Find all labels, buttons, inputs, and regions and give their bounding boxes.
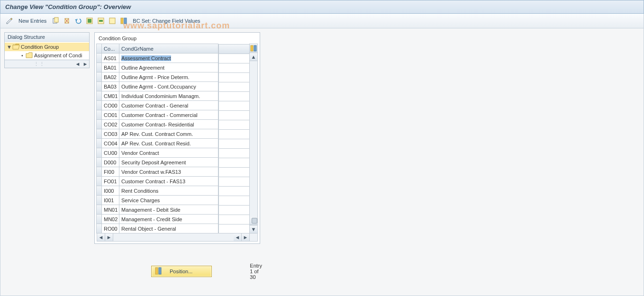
position-button[interactable]: Position... — [151, 266, 212, 277]
cell-code[interactable]: CO02 — [101, 119, 119, 129]
delete-icon[interactable] — [63, 17, 71, 25]
select-block-icon[interactable] — [97, 17, 105, 25]
cell-code[interactable]: CU00 — [101, 148, 119, 158]
cell-code[interactable]: CO00 — [101, 100, 119, 110]
deselect-all-icon[interactable] — [108, 17, 117, 25]
svg-rect-13 — [254, 45, 256, 51]
main-area: Dialog Structure ▼Condition Group•Assign… — [0, 28, 644, 296]
cell-name[interactable]: AP Rev. Cust. Contract Resid. — [119, 138, 218, 148]
grid-vscroll[interactable]: ▲ ▼ — [249, 53, 258, 233]
cell-name[interactable]: Outline Agreement — [119, 63, 218, 72]
cell-code[interactable]: MN02 — [101, 214, 119, 224]
scroll-down-thumb-icon[interactable] — [250, 217, 257, 225]
table-row[interactable]: FI00Vendor Contract w.FAS13 — [97, 167, 250, 177]
dialog-structure: Dialog Structure ▼Condition Group•Assign… — [4, 32, 90, 60]
toggle-edit-icon[interactable] — [5, 17, 14, 25]
config-icon[interactable] — [119, 17, 128, 25]
hscroll-right2-icon[interactable]: ► — [242, 233, 249, 241]
col-header-code[interactable]: Co... — [101, 44, 119, 54]
cell-code[interactable]: CO03 — [101, 129, 119, 139]
grid: Co... CondGrName AS01Assessment Contract… — [97, 44, 258, 242]
scroll-left-icon[interactable]: ◄ — [74, 61, 82, 67]
svg-rect-15 — [159, 268, 161, 274]
table-row[interactable]: CO01Customer Contract - Commercial — [97, 110, 250, 120]
table-row[interactable]: I001Service Charges — [97, 196, 250, 205]
cell-code[interactable]: I001 — [101, 195, 119, 205]
cell-name[interactable]: Customer Contract - FAS13 — [119, 176, 218, 186]
cell-code[interactable]: RO00 — [101, 224, 119, 233]
table-row[interactable]: BA01Outline Agreement — [97, 63, 250, 72]
tree-item[interactable]: •Assignment of Condi — [5, 51, 89, 60]
table-row[interactable]: FO01Customer Contract - FAS13 — [97, 177, 250, 186]
sidebar-resize-handle[interactable]: ⋮⋮ — [5, 61, 74, 67]
cell-code[interactable]: CM01 — [101, 91, 119, 101]
collapse-icon[interactable]: ▼ — [7, 44, 11, 50]
cell-code[interactable]: BA03 — [101, 81, 119, 91]
cell-name[interactable]: Outline Agrmt - Price Determ. — [119, 72, 218, 82]
table-row[interactable]: MN02Management - Credit Side — [97, 215, 250, 224]
cell-name[interactable]: Rent Conditions — [119, 186, 218, 196]
grid-hscroll-left[interactable]: ◄ ► ◄ ► — [97, 233, 250, 242]
svg-rect-9 — [109, 18, 115, 24]
cell-code[interactable]: MN01 — [101, 205, 119, 215]
app-window: Change View "Condition Group": Overview … — [0, 0, 644, 296]
cell-name[interactable]: Rental Object - General — [119, 224, 218, 233]
undo-icon[interactable] — [74, 17, 82, 25]
table-row[interactable]: D000Security Deposit Agreement — [97, 158, 250, 167]
cell-code[interactable]: D000 — [101, 157, 119, 167]
position-label: Position... — [170, 269, 192, 274]
cell-name[interactable]: Management - Debit Side — [119, 205, 218, 215]
hscroll-right-icon[interactable]: ► — [105, 233, 113, 241]
scroll-right-icon[interactable]: ► — [82, 61, 89, 67]
tree-item[interactable]: ▼Condition Group — [5, 43, 89, 51]
hscroll-left-icon[interactable]: ◄ — [97, 233, 105, 241]
table-row[interactable]: MN01Management - Debit Side — [97, 205, 250, 215]
cell-name[interactable]: Vendor Contract — [119, 148, 218, 158]
cell-code[interactable]: BA01 — [101, 63, 119, 72]
hscroll-left2-icon[interactable]: ◄ — [234, 233, 242, 241]
table-row[interactable]: CM01Individual Condominium Managm. — [97, 91, 250, 101]
cell-name[interactable]: Service Charges — [119, 195, 218, 205]
cell-name[interactable]: AP Rev. Cust. Contract Comm. — [119, 129, 218, 139]
table-configure-icon[interactable] — [249, 44, 258, 53]
cell-name[interactable]: Customer Contract - Commercial — [119, 110, 218, 120]
cell-name[interactable]: Assessment Contract — [119, 53, 218, 63]
table-row[interactable]: BA02Outline Agrmt - Price Determ. — [97, 72, 250, 82]
table-row[interactable]: CO02Customer Contract- Residential — [97, 120, 250, 129]
cell-name[interactable]: Management - Credit Side — [119, 214, 218, 224]
table-row[interactable]: CO03AP Rev. Cust. Contract Comm. — [97, 129, 250, 139]
copy-as-icon[interactable] — [51, 17, 60, 25]
scroll-down-icon[interactable]: ▼ — [250, 225, 257, 233]
leaf-bullet-icon: • — [20, 53, 25, 58]
cell-code[interactable]: I000 — [101, 186, 119, 196]
cell-code[interactable]: FO01 — [101, 176, 119, 186]
cell-code[interactable]: CO01 — [101, 110, 119, 120]
cell-name[interactable]: Outline Agrmt - Cont.Occupancy — [119, 81, 218, 91]
table-row[interactable]: BA03Outline Agrmt - Cont.Occupancy — [97, 82, 250, 91]
toolbar: New Entries BC Set: Change Field Values — [0, 14, 644, 28]
cell-code[interactable]: CO04 — [101, 138, 119, 148]
cell-name[interactable]: Customer Contract- Residential — [119, 119, 218, 129]
col-header-name[interactable]: CondGrName — [119, 44, 218, 54]
table-row[interactable]: I000Rent Conditions — [97, 186, 250, 196]
new-entries-button[interactable]: New Entries — [17, 17, 48, 25]
select-all-icon[interactable] — [85, 17, 94, 25]
scroll-up-icon[interactable]: ▲ — [250, 53, 257, 61]
table-row[interactable]: AS01Assessment Contract — [97, 54, 250, 63]
table-row[interactable]: CO04AP Rev. Cust. Contract Resid. — [97, 139, 250, 148]
bc-set-button[interactable]: BC Set: Change Field Values — [131, 17, 202, 25]
table-panel: Condition Group Co... CondGrName AS01Ass… — [94, 32, 260, 292]
sidebar-hscroll[interactable]: ⋮⋮ ◄ ► — [4, 60, 90, 68]
cell-name[interactable]: Individual Condominium Managm. — [119, 91, 218, 101]
cell-code[interactable]: BA02 — [101, 72, 119, 82]
table-row[interactable]: CU00Vendor Contract — [97, 148, 250, 158]
cell-name[interactable]: Security Deposit Agreement — [119, 157, 218, 167]
table-row[interactable]: RO00Rental Object - General — [97, 224, 250, 233]
table-row[interactable]: CO00Customer Contract - General — [97, 101, 250, 110]
cell-name[interactable]: Vendor Contract w.FAS13 — [119, 167, 218, 177]
cell-code[interactable]: AS01 — [101, 53, 119, 63]
svg-rect-10 — [121, 18, 123, 24]
tree-item-label: Condition Group — [21, 44, 59, 50]
cell-name[interactable]: Customer Contract - General — [119, 100, 218, 110]
cell-code[interactable]: FI00 — [101, 167, 119, 177]
